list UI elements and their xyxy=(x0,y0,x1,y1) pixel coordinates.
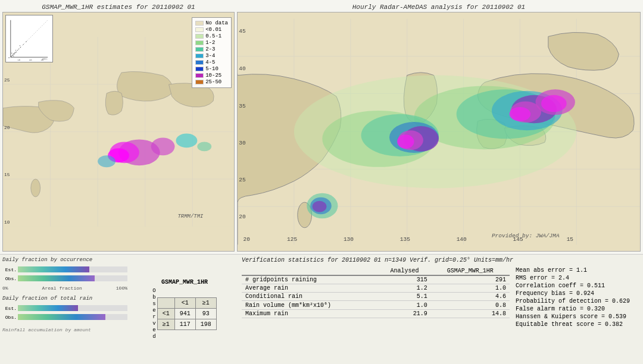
table-row: # gridpoints raining 315 291 xyxy=(242,275,510,284)
svg-point-70 xyxy=(397,134,414,149)
legend-2550-color xyxy=(195,80,204,84)
legend-051-label: 0.5-1 xyxy=(205,33,221,39)
val-avg-gsmap: 1.0 xyxy=(431,284,510,293)
est-bar-fill-1 xyxy=(18,266,89,272)
verif-table: Analysed GSMAP_MWR_1HR # gridpoints rain… xyxy=(242,267,510,318)
metric-avg-rain: Average rain xyxy=(242,284,378,293)
svg-text:Provided by: JWA/JMA: Provided by: JWA/JMA xyxy=(492,233,560,239)
axis-100pct: 100% xyxy=(116,285,127,291)
right-map-title: Hourly Radar-AMeDAS analysis for 2011090… xyxy=(237,2,641,12)
val-max-analysed: 21.9 xyxy=(378,310,430,318)
val-gridpoints-gsmap: 291 xyxy=(431,275,510,284)
svg-point-13 xyxy=(18,49,20,50)
val-gridpoints-analysed: 315 xyxy=(378,275,430,284)
svg-text:15: 15 xyxy=(17,59,20,61)
svg-text:125: 125 xyxy=(287,236,297,243)
obs-bar-2 xyxy=(18,314,127,320)
legend-001-color xyxy=(195,27,204,32)
right-map-svg: 45 40 35 30 25 20 125 130 135 140 145 15… xyxy=(238,12,640,251)
legend-45-color xyxy=(195,60,204,65)
metric-cond-rain: Conditional rain xyxy=(242,293,378,301)
svg-point-17 xyxy=(11,56,12,57)
occurrence-chart: Est. Obs. xyxy=(2,265,127,283)
left-map-panel: GSMAP_MWR_1HR estimates for 20110902 01 xyxy=(2,2,235,252)
left-map-area: 0 15 20 25 ANAL xyxy=(2,12,235,252)
cell-lt1-lt1: 941 xyxy=(174,309,195,319)
col-header-gte1: ≥1 xyxy=(195,298,216,309)
svg-text:30: 30 xyxy=(239,140,246,146)
svg-text:20: 20 xyxy=(4,125,10,130)
svg-text:140: 140 xyxy=(457,236,467,243)
svg-point-16 xyxy=(26,41,27,42)
verif-table-wrapper: Analysed GSMAP_MWR_1HR # gridpoints rain… xyxy=(242,267,641,328)
svg-point-20 xyxy=(15,50,17,51)
observed-letters: O b s e r v e d xyxy=(152,288,155,340)
legend-23-color xyxy=(195,47,204,52)
svg-point-41 xyxy=(98,155,116,167)
axis-areal: Areal fraction xyxy=(42,285,82,291)
stat-corr-coeff: Correlation coeff = 0.511 xyxy=(516,283,641,289)
verif-main-table: Analysed GSMAP_MWR_1HR # gridpoints rain… xyxy=(242,267,510,328)
legend-051-color xyxy=(195,34,204,39)
row-header-lt1: <1 xyxy=(157,309,174,319)
table-row: Conditional rain 5.1 4.6 xyxy=(242,293,510,301)
legend-12-color xyxy=(195,40,204,45)
est-bar-1 xyxy=(18,266,127,272)
obs-label-1: Obs. xyxy=(2,276,17,281)
table-row: Maximum rain 21.9 14.8 xyxy=(242,310,510,318)
legend-510-color xyxy=(195,67,204,71)
stat-freq-bias: Frequency bias = 0.924 xyxy=(516,290,641,297)
est-label-2: Est. xyxy=(2,306,17,311)
verification-section: Verification statistics for 20110902 01 … xyxy=(242,257,641,362)
svg-point-10 xyxy=(15,52,16,54)
legend-510-label: 5-10 xyxy=(205,66,219,72)
svg-point-12 xyxy=(17,50,18,51)
legend-001-label: <0.01 xyxy=(205,27,221,33)
legend-34-color xyxy=(195,54,204,58)
legend-nodata-color xyxy=(195,21,204,26)
val-vol-analysed: 1.0 xyxy=(378,301,430,310)
stat-hk-score: Hanssen & Kuipers score = 0.539 xyxy=(516,313,641,320)
val-avg-analysed: 1.2 xyxy=(378,284,430,293)
est-bar-fill-2 xyxy=(18,305,78,311)
svg-text:15: 15 xyxy=(567,236,574,243)
contingency-table: <1 ≥1 <1 941 93 ≥1 117 198 xyxy=(157,297,217,330)
svg-text:35: 35 xyxy=(239,103,246,109)
svg-point-19 xyxy=(13,55,14,57)
contingency-title: GSMAP_MWR_1HR xyxy=(161,279,208,285)
legend-panel: No data <0.01 0.5-1 1-2 2-3 xyxy=(192,17,232,88)
est-label-1: Est. xyxy=(2,267,17,272)
stat-false-alarm: False alarm ratio = 0.320 xyxy=(516,306,641,312)
axis-0pct: 0% xyxy=(2,285,8,291)
verif-col-metric xyxy=(242,267,378,275)
legend-45-label: 4-5 xyxy=(205,59,215,65)
est-bar-2 xyxy=(18,305,127,311)
val-max-gsmap: 14.8 xyxy=(431,310,510,318)
svg-text:45: 45 xyxy=(239,28,246,34)
scatter-inset: 0 15 20 25 ANAL xyxy=(5,15,53,62)
val-cond-analysed: 5.1 xyxy=(378,293,430,301)
svg-text:135: 135 xyxy=(400,236,410,243)
chart-title-3: Rainfall accumulation by amount xyxy=(2,327,127,332)
val-vol-gsmap: 0.8 xyxy=(431,301,510,310)
legend-34-label: 3-4 xyxy=(205,53,215,59)
svg-text:15: 15 xyxy=(4,172,10,177)
svg-point-21 xyxy=(20,45,21,46)
svg-point-18 xyxy=(11,53,13,54)
verif-title: Verification statistics for 20110902 01 … xyxy=(242,257,641,263)
verif-stats-right: Mean abs error = 1.1 RMS error = 2.4 Cor… xyxy=(516,267,641,328)
table-row: ≥1 117 198 xyxy=(157,319,216,330)
verif-col-gsmap: GSMAP_MWR_1HR xyxy=(431,267,510,275)
total-rain-chart: Est. Obs. xyxy=(2,304,127,321)
chart-title-1: Daily fraction by occurrence xyxy=(2,257,127,263)
table-row: Rain volume (mm*km²x10⁶) 1.0 0.8 xyxy=(242,301,510,310)
val-cond-gsmap: 4.6 xyxy=(431,293,510,301)
svg-text:25: 25 xyxy=(4,77,10,83)
svg-text:20: 20 xyxy=(29,59,32,61)
svg-point-6 xyxy=(12,55,13,56)
metric-gridpoints: # gridpoints raining xyxy=(242,275,378,284)
svg-text:ANAL: ANAL xyxy=(42,58,48,60)
svg-text:40: 40 xyxy=(239,65,246,72)
right-map-area: 45 40 35 30 25 20 125 130 135 140 145 15… xyxy=(237,12,641,252)
verif-col-analysed: Analysed xyxy=(378,267,430,275)
